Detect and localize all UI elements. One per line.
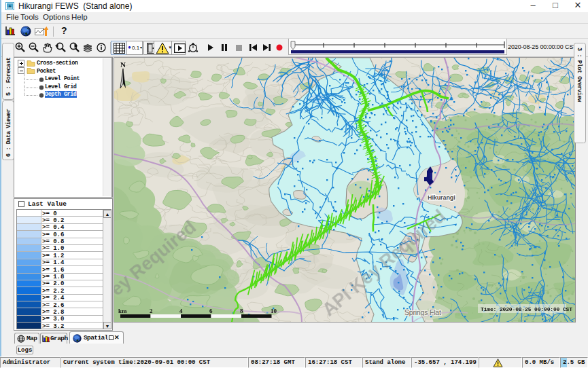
- svg-text:Springs Flat: Springs Flat: [404, 308, 441, 316]
- svg-text:N: N: [120, 60, 126, 69]
- svg-text:Time: 2020-08-25 00:00:00 CST: Time: 2020-08-25 00:00:00 CST: [481, 306, 572, 312]
- svg-text:2: 2: [150, 308, 153, 314]
- svg-text:4: 4: [179, 308, 183, 314]
- svg-text:km: km: [118, 308, 127, 314]
- svg-text:8: 8: [240, 308, 243, 314]
- svg-text:6: 6: [209, 308, 213, 314]
- svg-text:10: 10: [271, 308, 277, 314]
- svg-text:5 : Forecast: 5 : Forecast: [5, 57, 12, 96]
- svg-text:Hikurangi: Hikurangi: [428, 194, 455, 201]
- svg-text:3 : Plot Overview: 3 : Plot Overview: [576, 48, 583, 103]
- svg-text:6 : Data Viewer: 6 : Data Viewer: [5, 109, 12, 157]
